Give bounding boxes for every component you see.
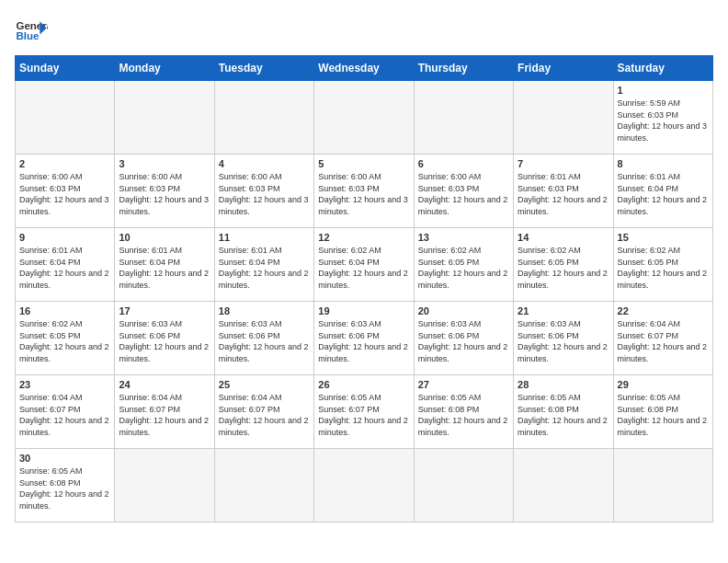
day-info: Sunrise: 6:00 AMSunset: 6:03 PMDaylight:…: [318, 171, 409, 217]
calendar-cell: 29Sunrise: 6:05 AMSunset: 6:08 PMDayligh…: [613, 375, 712, 449]
calendar-header: SundayMondayTuesdayWednesdayThursdayFrid…: [16, 56, 713, 81]
calendar-cell: 8Sunrise: 6:01 AMSunset: 6:04 PMDaylight…: [613, 155, 712, 228]
calendar-cell: 7Sunrise: 6:01 AMSunset: 6:03 PMDaylight…: [514, 155, 613, 228]
day-number: 24: [119, 379, 210, 390]
calendar-cell: [414, 81, 513, 155]
day-number: 29: [618, 379, 709, 390]
day-number: 2: [19, 158, 110, 169]
day-info: Sunrise: 6:01 AMSunset: 6:04 PMDaylight:…: [119, 245, 210, 291]
day-info: Sunrise: 6:03 AMSunset: 6:06 PMDaylight:…: [418, 318, 509, 364]
calendar-cell: 19Sunrise: 6:03 AMSunset: 6:06 PMDayligh…: [314, 302, 414, 375]
day-number: 19: [318, 305, 409, 316]
calendar-cell: 23Sunrise: 6:04 AMSunset: 6:07 PMDayligh…: [16, 375, 115, 449]
calendar-cell: 27Sunrise: 6:05 AMSunset: 6:08 PMDayligh…: [414, 375, 513, 449]
calendar-cell: 28Sunrise: 6:05 AMSunset: 6:08 PMDayligh…: [514, 375, 613, 449]
calendar-cell: 26Sunrise: 6:05 AMSunset: 6:07 PMDayligh…: [314, 375, 414, 449]
calendar-cell: 9Sunrise: 6:01 AMSunset: 6:04 PMDaylight…: [16, 228, 115, 302]
calendar-cell: 30Sunrise: 6:05 AMSunset: 6:08 PMDayligh…: [16, 449, 115, 523]
day-info: Sunrise: 6:01 AMSunset: 6:03 PMDaylight:…: [518, 171, 609, 217]
day-info: Sunrise: 6:03 AMSunset: 6:06 PMDaylight:…: [318, 318, 409, 364]
calendar-cell: [514, 449, 613, 523]
day-info: Sunrise: 6:05 AMSunset: 6:07 PMDaylight:…: [318, 392, 409, 438]
day-number: 11: [219, 232, 310, 243]
calendar-week-6: 30Sunrise: 6:05 AMSunset: 6:08 PMDayligh…: [16, 449, 713, 523]
day-number: 23: [19, 379, 110, 390]
day-info: Sunrise: 6:04 AMSunset: 6:07 PMDaylight:…: [19, 392, 110, 438]
calendar-cell: [314, 449, 414, 523]
day-number: 10: [119, 232, 210, 243]
day-info: Sunrise: 6:00 AMSunset: 6:03 PMDaylight:…: [418, 171, 509, 217]
calendar-cell: [115, 449, 214, 523]
day-number: 27: [418, 379, 509, 390]
day-info: Sunrise: 6:05 AMSunset: 6:08 PMDaylight:…: [418, 392, 509, 438]
day-number: 3: [119, 158, 210, 169]
calendar-cell: 21Sunrise: 6:03 AMSunset: 6:06 PMDayligh…: [514, 302, 613, 375]
svg-text:Blue: Blue: [16, 30, 40, 41]
weekday-header-friday: Friday: [514, 56, 613, 81]
calendar-cell: [314, 81, 414, 155]
day-number: 30: [19, 453, 110, 464]
day-info: Sunrise: 6:01 AMSunset: 6:04 PMDaylight:…: [618, 171, 709, 217]
weekday-header-saturday: Saturday: [613, 56, 712, 81]
day-info: Sunrise: 6:04 AMSunset: 6:07 PMDaylight:…: [219, 392, 310, 438]
day-info: Sunrise: 6:02 AMSunset: 6:05 PMDaylight:…: [618, 245, 709, 291]
day-number: 16: [19, 305, 110, 316]
day-info: Sunrise: 6:00 AMSunset: 6:03 PMDaylight:…: [19, 171, 110, 217]
day-number: 6: [418, 158, 509, 169]
calendar-week-2: 2Sunrise: 6:00 AMSunset: 6:03 PMDaylight…: [16, 155, 713, 228]
day-number: 7: [518, 158, 609, 169]
weekday-header-tuesday: Tuesday: [214, 56, 313, 81]
calendar-cell: [514, 81, 613, 155]
calendar-week-4: 16Sunrise: 6:02 AMSunset: 6:05 PMDayligh…: [16, 302, 713, 375]
day-info: Sunrise: 6:03 AMSunset: 6:06 PMDaylight:…: [518, 318, 609, 364]
day-number: 21: [518, 305, 609, 316]
logo: General Blue: [15, 15, 48, 48]
calendar-cell: 4Sunrise: 6:00 AMSunset: 6:03 PMDaylight…: [214, 155, 313, 228]
calendar-body: 1Sunrise: 5:59 AMSunset: 6:03 PMDaylight…: [16, 81, 713, 523]
day-info: Sunrise: 6:03 AMSunset: 6:06 PMDaylight:…: [219, 318, 310, 364]
calendar-table: SundayMondayTuesdayWednesdayThursdayFrid…: [15, 55, 713, 523]
calendar-week-3: 9Sunrise: 6:01 AMSunset: 6:04 PMDaylight…: [16, 228, 713, 302]
calendar-cell: [115, 81, 214, 155]
day-info: Sunrise: 6:02 AMSunset: 6:05 PMDaylight:…: [19, 318, 110, 364]
day-number: 9: [19, 232, 110, 243]
calendar-cell: [214, 449, 313, 523]
weekday-header-sunday: Sunday: [16, 56, 115, 81]
calendar-cell: [613, 449, 712, 523]
calendar-cell: 24Sunrise: 6:04 AMSunset: 6:07 PMDayligh…: [115, 375, 214, 449]
weekday-header-wednesday: Wednesday: [314, 56, 414, 81]
calendar-cell: 13Sunrise: 6:02 AMSunset: 6:05 PMDayligh…: [414, 228, 513, 302]
calendar-cell: 18Sunrise: 6:03 AMSunset: 6:06 PMDayligh…: [214, 302, 313, 375]
day-info: Sunrise: 6:05 AMSunset: 6:08 PMDaylight:…: [19, 465, 110, 511]
day-info: Sunrise: 6:01 AMSunset: 6:04 PMDaylight:…: [19, 245, 110, 291]
calendar-cell: 2Sunrise: 6:00 AMSunset: 6:03 PMDaylight…: [16, 155, 115, 228]
day-info: Sunrise: 6:04 AMSunset: 6:07 PMDaylight:…: [119, 392, 210, 438]
day-number: 28: [518, 379, 609, 390]
calendar-cell: [16, 81, 115, 155]
day-info: Sunrise: 6:03 AMSunset: 6:06 PMDaylight:…: [119, 318, 210, 364]
logo-icon: General Blue: [15, 15, 48, 48]
calendar-cell: 14Sunrise: 6:02 AMSunset: 6:05 PMDayligh…: [514, 228, 613, 302]
calendar-cell: 12Sunrise: 6:02 AMSunset: 6:04 PMDayligh…: [314, 228, 414, 302]
day-info: Sunrise: 6:02 AMSunset: 6:04 PMDaylight:…: [318, 245, 409, 291]
day-info: Sunrise: 5:59 AMSunset: 6:03 PMDaylight:…: [618, 98, 709, 144]
calendar-week-5: 23Sunrise: 6:04 AMSunset: 6:07 PMDayligh…: [16, 375, 713, 449]
day-info: Sunrise: 6:04 AMSunset: 6:07 PMDaylight:…: [618, 318, 709, 364]
day-info: Sunrise: 6:00 AMSunset: 6:03 PMDaylight:…: [219, 171, 310, 217]
day-number: 18: [219, 305, 310, 316]
calendar-week-1: 1Sunrise: 5:59 AMSunset: 6:03 PMDaylight…: [16, 81, 713, 155]
day-info: Sunrise: 6:02 AMSunset: 6:05 PMDaylight:…: [418, 245, 509, 291]
calendar-cell: 16Sunrise: 6:02 AMSunset: 6:05 PMDayligh…: [16, 302, 115, 375]
calendar-cell: 20Sunrise: 6:03 AMSunset: 6:06 PMDayligh…: [414, 302, 513, 375]
page-header: General Blue: [15, 15, 713, 48]
day-number: 25: [219, 379, 310, 390]
calendar-cell: 6Sunrise: 6:00 AMSunset: 6:03 PMDaylight…: [414, 155, 513, 228]
calendar-cell: 11Sunrise: 6:01 AMSunset: 6:04 PMDayligh…: [214, 228, 313, 302]
calendar-cell: [414, 449, 513, 523]
calendar-cell: 1Sunrise: 5:59 AMSunset: 6:03 PMDaylight…: [613, 81, 712, 155]
day-number: 14: [518, 232, 609, 243]
calendar-cell: [214, 81, 313, 155]
day-number: 22: [618, 305, 709, 316]
day-info: Sunrise: 6:02 AMSunset: 6:05 PMDaylight:…: [518, 245, 609, 291]
day-number: 4: [219, 158, 310, 169]
